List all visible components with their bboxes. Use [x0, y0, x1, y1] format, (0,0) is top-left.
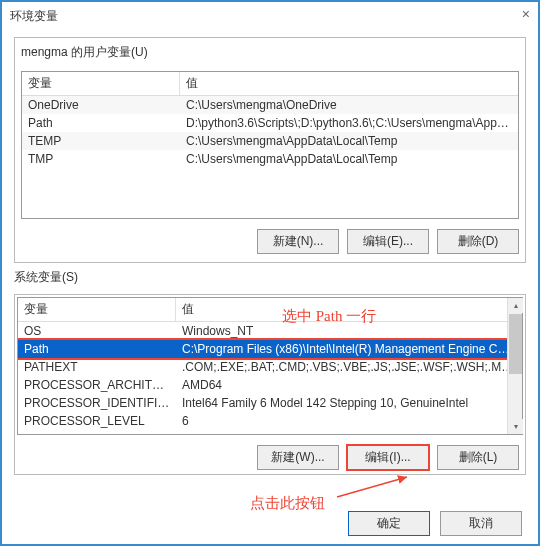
table-row[interactable]: PROCESSOR_ARCHITECTUREAMD64: [18, 376, 522, 394]
edit-button[interactable]: 编辑(E)...: [347, 229, 429, 254]
user-buttons: 新建(N)... 编辑(E)... 删除(D): [21, 227, 519, 256]
system-vars-label: 系统变量(S): [14, 269, 526, 286]
col-variable[interactable]: 变量: [22, 72, 180, 95]
table-row[interactable]: PATHEXT.COM;.EXE;.BAT;.CMD;.VBS;.VBE;.JS…: [18, 358, 522, 376]
svg-line-0: [337, 477, 407, 497]
col-variable[interactable]: 变量: [18, 298, 176, 321]
user-vars-label: mengma 的用户变量(U): [21, 44, 519, 61]
system-vars-group: 变量 值 OSWindows_NT PathC:\Program Files (…: [14, 294, 526, 475]
table-header: 变量 值: [22, 72, 518, 96]
system-vars-body: OSWindows_NT PathC:\Program Files (x86)\…: [18, 322, 522, 432]
user-vars-body: OneDriveC:\Users\mengma\OneDrive PathD:\…: [22, 96, 518, 168]
user-vars-table[interactable]: 变量 值 OneDriveC:\Users\mengma\OneDrive Pa…: [21, 71, 519, 219]
table-row[interactable]: TEMPC:\Users\mengma\AppData\Local\Temp: [22, 132, 518, 150]
col-value[interactable]: 值: [176, 298, 522, 321]
system-vars-table[interactable]: 变量 值 OSWindows_NT PathC:\Program Files (…: [17, 297, 523, 435]
cancel-button[interactable]: 取消: [440, 511, 522, 536]
table-header: 变量 值: [18, 298, 522, 322]
edit-button[interactable]: 编辑(I)...: [347, 445, 429, 470]
scrollbar[interactable]: ▴ ▾: [507, 298, 522, 434]
table-row[interactable]: PROCESSOR_REVISION8e0a: [18, 430, 522, 432]
col-value[interactable]: 值: [180, 72, 518, 95]
arrow-icon: [332, 472, 422, 502]
dialog-title: 环境变量: [10, 9, 58, 23]
table-row[interactable]: PROCESSOR_IDENTIFIERIntel64 Family 6 Mod…: [18, 394, 522, 412]
table-row-selected[interactable]: PathC:\Program Files (x86)\Intel\Intel(R…: [18, 340, 522, 358]
user-vars-group: mengma 的用户变量(U) 变量 值 OneDriveC:\Users\me…: [14, 37, 526, 263]
footer-buttons: 确定 取消: [348, 511, 522, 536]
scroll-up-icon[interactable]: ▴: [508, 298, 523, 313]
table-row[interactable]: OneDriveC:\Users\mengma\OneDrive: [22, 96, 518, 114]
ok-button[interactable]: 确定: [348, 511, 430, 536]
dialog-frame: 环境变量 × mengma 的用户变量(U) 变量 值 OneDriveC:\U…: [0, 0, 540, 546]
close-icon[interactable]: ×: [522, 6, 530, 22]
delete-button[interactable]: 删除(D): [437, 229, 519, 254]
scroll-thumb[interactable]: [509, 314, 522, 374]
table-row[interactable]: PROCESSOR_LEVEL6: [18, 412, 522, 430]
scroll-down-icon[interactable]: ▾: [508, 419, 523, 434]
user-vars-section: mengma 的用户变量(U) 变量 值 OneDriveC:\Users\me…: [14, 37, 526, 263]
table-row[interactable]: PathD:\python3.6\Scripts\;D:\python3.6\;…: [22, 114, 518, 132]
system-vars-section: 系统变量(S) 变量 值 OSWindows_NT PathC:\Program…: [14, 269, 526, 475]
title-bar: 环境变量: [2, 2, 538, 31]
new-button[interactable]: 新建(W)...: [257, 445, 339, 470]
system-buttons: 新建(W)... 编辑(I)... 删除(L): [17, 443, 523, 472]
annotation-click-button: 点击此按钮: [250, 494, 325, 513]
new-button[interactable]: 新建(N)...: [257, 229, 339, 254]
table-row[interactable]: OSWindows_NT: [18, 322, 522, 340]
table-row[interactable]: TMPC:\Users\mengma\AppData\Local\Temp: [22, 150, 518, 168]
delete-button[interactable]: 删除(L): [437, 445, 519, 470]
